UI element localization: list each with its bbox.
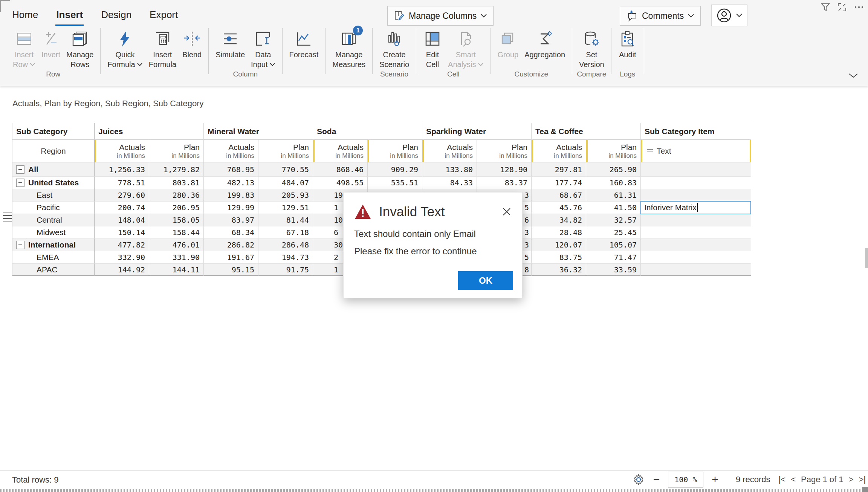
zoom-level-value[interactable]: 100 % bbox=[668, 472, 703, 487]
zoom-out-button[interactable]: − bbox=[653, 474, 660, 485]
create-scenario-button[interactable]: CreateScenario bbox=[376, 28, 412, 69]
data-cell[interactable]: 32.57 bbox=[586, 214, 641, 226]
filter-icon[interactable] bbox=[821, 2, 830, 12]
audit-button[interactable]: Audit bbox=[615, 28, 640, 69]
data-input-button[interactable]: DataInput bbox=[248, 28, 278, 69]
text-data-cell[interactable] bbox=[641, 214, 751, 226]
data-cell[interactable]: 83.75 bbox=[532, 251, 586, 264]
first-page-button[interactable]: |< bbox=[779, 475, 786, 484]
column-group-header[interactable]: Juices bbox=[95, 123, 204, 140]
data-cell[interactable]: 286.48 bbox=[258, 239, 313, 251]
forecast-button[interactable]: Forecast bbox=[286, 28, 322, 69]
manage-columns-button[interactable]: Manage Columns bbox=[387, 6, 494, 26]
data-cell[interactable]: 768.95 bbox=[204, 162, 258, 177]
column-group-header[interactable]: Soda bbox=[313, 123, 422, 140]
last-page-button[interactable]: >| bbox=[859, 475, 866, 484]
row-header-all[interactable]: All bbox=[12, 162, 95, 177]
measure-header-actuals[interactable]: Actualsin Millions bbox=[204, 140, 258, 162]
data-cell[interactable]: 803.81 bbox=[149, 177, 204, 189]
manage-rows-button[interactable]: ManageRows bbox=[63, 28, 96, 69]
data-cell[interactable]: 84.33 bbox=[422, 177, 477, 189]
data-cell[interactable]: 177.74 bbox=[532, 177, 586, 189]
close-icon[interactable] bbox=[502, 207, 512, 217]
measure-header-plan[interactable]: Planin Millions bbox=[368, 140, 422, 162]
data-cell[interactable]: 279.60 bbox=[95, 189, 149, 202]
measure-header-actuals[interactable]: Actualsin Millions bbox=[532, 140, 586, 162]
data-cell[interactable]: 81.44 bbox=[258, 214, 313, 226]
collapse-icon[interactable] bbox=[16, 165, 24, 174]
vertical-scrollbar-thumb[interactable] bbox=[865, 248, 868, 268]
data-cell[interactable]: 71.47 bbox=[586, 251, 641, 264]
data-cell[interactable]: 144.11 bbox=[149, 264, 204, 276]
data-cell[interactable]: 129.51 bbox=[258, 202, 313, 214]
text-data-cell[interactable] bbox=[641, 189, 751, 202]
text-data-cell[interactable] bbox=[641, 264, 751, 276]
tab-export[interactable]: Export bbox=[149, 7, 179, 26]
data-cell[interactable]: 144.92 bbox=[95, 264, 149, 276]
column-header-text-column[interactable]: Sub Category Item bbox=[641, 123, 751, 140]
text-data-cell[interactable] bbox=[641, 251, 751, 264]
data-cell[interactable]: 868.46 bbox=[313, 162, 368, 177]
data-cell[interactable]: 68.67 bbox=[532, 189, 586, 202]
horizontal-scrollbar[interactable] bbox=[0, 489, 868, 492]
edit-cell-button[interactable]: EditCell bbox=[420, 28, 445, 69]
collapse-icon[interactable] bbox=[16, 241, 24, 249]
data-cell[interactable]: 41.50 bbox=[586, 202, 641, 214]
data-cell[interactable]: 83.37 bbox=[477, 177, 532, 189]
data-cell[interactable]: 129.99 bbox=[204, 202, 258, 214]
data-cell[interactable]: 68.34 bbox=[204, 226, 258, 239]
measure-header-plan[interactable]: Planin Millions bbox=[149, 140, 204, 162]
data-cell[interactable]: 158.05 bbox=[149, 214, 204, 226]
column-group-header[interactable]: Sparkling Water bbox=[422, 123, 532, 140]
group-button[interactable]: Group bbox=[495, 28, 522, 69]
comments-button[interactable]: Comments bbox=[620, 6, 701, 26]
aggregation-button[interactable]: Aggregation bbox=[521, 28, 568, 69]
data-cell[interactable]: 200.74 bbox=[95, 202, 149, 214]
row-header-apac[interactable]: APAC bbox=[12, 264, 95, 276]
row-dimension-header[interactable]: Region bbox=[12, 140, 95, 162]
data-cell[interactable]: 194.73 bbox=[258, 251, 313, 264]
settings-gear-icon[interactable] bbox=[632, 473, 645, 486]
row-header-midwest[interactable]: Midwest bbox=[12, 226, 95, 239]
measure-header-actuals[interactable]: Actualsin Millions bbox=[313, 140, 368, 162]
data-cell[interactable]: 498.55 bbox=[313, 177, 368, 189]
collapse-icon[interactable] bbox=[16, 179, 24, 187]
set-version-button[interactable]: SetVersion bbox=[576, 28, 607, 69]
data-cell[interactable]: 477.82 bbox=[95, 239, 149, 251]
data-cell[interactable]: 1,279.82 bbox=[149, 162, 204, 177]
data-cell[interactable]: 150.14 bbox=[95, 226, 149, 239]
text-data-cell[interactable] bbox=[641, 162, 751, 177]
data-cell[interactable]: 778.51 bbox=[95, 177, 149, 189]
data-cell[interactable]: 128.90 bbox=[477, 162, 532, 177]
measure-header-actuals[interactable]: Actualsin Millions bbox=[422, 140, 477, 162]
user-avatar-button[interactable] bbox=[711, 5, 747, 26]
data-cell[interactable]: 280.36 bbox=[149, 189, 204, 202]
row-header-international[interactable]: International bbox=[12, 239, 95, 251]
tab-design[interactable]: Design bbox=[100, 7, 132, 26]
data-cell[interactable]: 67.18 bbox=[258, 226, 313, 239]
next-page-button[interactable]: > bbox=[849, 475, 854, 484]
row-header-east[interactable]: East bbox=[12, 189, 95, 202]
data-cell[interactable]: 33.59 bbox=[586, 264, 641, 276]
data-cell[interactable]: 36.32 bbox=[532, 264, 586, 276]
more-options-icon[interactable] bbox=[854, 2, 864, 12]
ribbon-collapse-button[interactable] bbox=[847, 72, 860, 79]
data-cell[interactable]: 34.82 bbox=[532, 214, 586, 226]
data-cell[interactable]: 120.07 bbox=[532, 239, 586, 251]
data-cell[interactable]: 484.07 bbox=[258, 177, 313, 189]
insert-row-button[interactable]: InsertRow bbox=[10, 28, 38, 69]
data-cell[interactable]: 91.75 bbox=[258, 264, 313, 276]
data-cell[interactable]: 476.01 bbox=[149, 239, 204, 251]
data-cell[interactable]: 535.51 bbox=[368, 177, 422, 189]
data-cell[interactable]: 199.83 bbox=[204, 189, 258, 202]
row-header-emea[interactable]: EMEA bbox=[12, 251, 95, 264]
data-cell[interactable]: 331.90 bbox=[149, 251, 204, 264]
focus-mode-icon[interactable] bbox=[837, 2, 847, 12]
data-cell[interactable]: 25.45 bbox=[586, 226, 641, 239]
measure-header-plan[interactable]: Planin Millions bbox=[586, 140, 641, 162]
text-column-type-header[interactable]: Text bbox=[641, 140, 751, 162]
text-data-cell[interactable] bbox=[641, 226, 751, 239]
data-cell[interactable]: 205.93 bbox=[258, 189, 313, 202]
data-cell[interactable]: 770.55 bbox=[258, 162, 313, 177]
manage-measures-button[interactable]: 1ManageMeasures bbox=[329, 28, 368, 69]
